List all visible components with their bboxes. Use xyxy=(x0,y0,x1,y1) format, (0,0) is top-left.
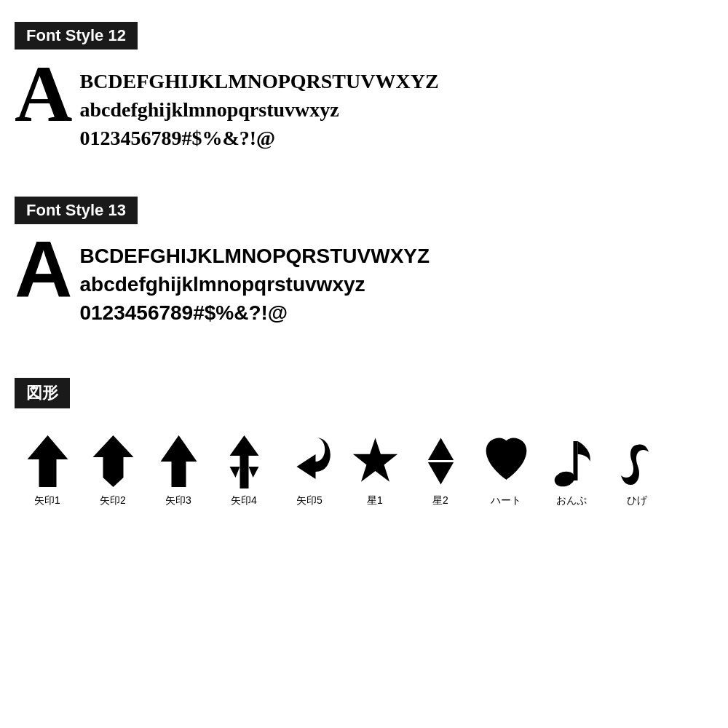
shape-item-yajirushi1: 矢印1 xyxy=(15,432,80,507)
svg-marker-7 xyxy=(248,467,258,478)
shape-item-yajirushi3: 矢印3 xyxy=(146,432,211,507)
font-13-line3: 0123456789#$%&?!@ xyxy=(79,298,430,327)
svg-marker-3 xyxy=(160,435,197,487)
svg-marker-6 xyxy=(229,467,240,478)
shape-item-yajirushi2: 矢印2 xyxy=(80,432,146,507)
font-12-line3: 0123456789#$%&?!@ xyxy=(79,124,438,152)
shape-item-yajirushi5: 矢印5 xyxy=(277,432,342,507)
hige-label: ひげ xyxy=(627,494,647,507)
page-container: Font Style 12 A BCDEFGHIJKLMNOPQRSTUVWXY… xyxy=(0,0,728,537)
yajirushi3-icon xyxy=(155,432,202,490)
font-13-big-letter: A xyxy=(15,229,72,309)
svg-marker-0 xyxy=(27,435,68,487)
shape-item-hige: ひげ xyxy=(604,432,670,507)
yajirushi2-label: 矢印2 xyxy=(100,494,126,507)
font-12-line2: abcdefghijklmnopqrstuvwxyz xyxy=(79,95,438,124)
shapes-grid: 矢印1 矢印2 矢印3 xyxy=(15,432,713,515)
shape-item-yajirushi4: 矢印4 xyxy=(211,432,277,507)
shape-item-onpu: おんぷ xyxy=(539,432,604,507)
svg-marker-8 xyxy=(352,438,397,481)
yajirushi4-icon xyxy=(221,432,268,490)
svg-marker-10 xyxy=(427,462,453,485)
svg-rect-4 xyxy=(240,454,248,488)
font-12-chars: BCDEFGHIJKLMNOPQRSTUVWXYZ abcdefghijklmn… xyxy=(79,61,438,153)
font-style-13-section: Font Style 13 A BCDEFGHIJKLMNOPQRSTUVWXY… xyxy=(7,189,721,335)
yajirushi2-icon xyxy=(90,432,137,490)
font-style-13-label: Font Style 13 xyxy=(15,197,713,236)
hige-icon xyxy=(614,432,661,490)
onpu-label: おんぷ xyxy=(556,494,587,507)
font-style-12-label: Font Style 12 xyxy=(15,22,713,61)
yajirushi5-label: 矢印5 xyxy=(296,494,323,507)
svg-rect-12 xyxy=(573,441,577,480)
hoshi2-icon xyxy=(417,432,464,490)
shapes-section: 図形 矢印1 矢印2 xyxy=(7,371,721,522)
svg-marker-2 xyxy=(103,478,123,487)
hoshi1-label: 星1 xyxy=(367,494,383,507)
shapes-label: 図形 xyxy=(15,378,713,420)
font-12-display: A BCDEFGHIJKLMNOPQRSTUVWXYZ abcdefghijkl… xyxy=(15,61,713,153)
shape-item-hoshi2: 星2 xyxy=(408,432,473,507)
heart-icon xyxy=(483,432,530,490)
yajirushi4-label: 矢印4 xyxy=(231,494,257,507)
font-12-big-letter: A xyxy=(15,54,72,134)
svg-marker-5 xyxy=(229,435,258,456)
font-style-12-section: Font Style 12 A BCDEFGHIJKLMNOPQRSTUVWXY… xyxy=(7,15,721,160)
shape-item-heart: ハート xyxy=(473,432,539,507)
hoshi2-label: 星2 xyxy=(432,494,448,507)
font-13-line2: abcdefghijklmnopqrstuvwxyz xyxy=(79,270,430,298)
yajirushi3-label: 矢印3 xyxy=(165,494,191,507)
heart-label: ハート xyxy=(491,494,521,507)
svg-marker-9 xyxy=(427,438,453,460)
font-13-line1: BCDEFGHIJKLMNOPQRSTUVWXYZ xyxy=(79,242,430,270)
svg-point-11 xyxy=(553,469,576,488)
font-13-display: A BCDEFGHIJKLMNOPQRSTUVWXYZ abcdefghijkl… xyxy=(15,236,713,328)
font-12-line1: BCDEFGHIJKLMNOPQRSTUVWXYZ xyxy=(79,67,438,95)
onpu-icon xyxy=(548,432,596,490)
shape-item-hoshi1: 星1 xyxy=(342,432,408,507)
yajirushi1-icon xyxy=(24,432,71,490)
svg-marker-1 xyxy=(92,435,133,478)
yajirushi5-icon xyxy=(286,432,333,490)
font-13-chars: BCDEFGHIJKLMNOPQRSTUVWXYZ abcdefghijklmn… xyxy=(79,236,430,328)
yajirushi1-label: 矢印1 xyxy=(34,494,60,507)
hoshi1-icon xyxy=(352,432,399,490)
